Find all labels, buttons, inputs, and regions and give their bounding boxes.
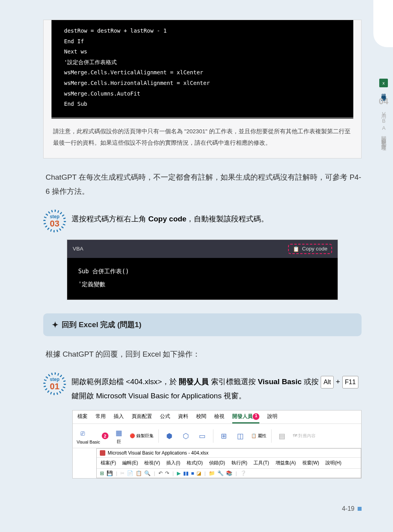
sep: | [173,470,174,476]
t: 錄製巨集 [136,433,154,438]
tab-insert[interactable]: 插入 [114,413,124,423]
design-mode-icon[interactable]: ◫ [235,430,246,442]
source-icon[interactable]: ▤ [276,430,288,442]
tab-review[interactable]: 校閱 [196,413,206,423]
tab-developer[interactable]: 開發人員1 [232,413,259,423]
menu-format[interactable]: 格式(O) [187,460,203,466]
code-block-1: destRow = destRow + lastRow - 1 End If N… [51,20,353,119]
code-line: wsMerge.Columns.AutoFit [64,88,341,99]
tb-project-icon[interactable]: 📁 [209,470,215,476]
vba-window-title: Microsoft Visual Basic for Applications … [108,450,209,456]
vba-menubar: 檔案(F) 編輯(E) 檢視(V) 插入(I) 格式(O) 偵錯(D) 執行(R… [97,458,361,469]
tb-save-icon[interactable]: 💾 [107,470,113,476]
vba-lang-label: VBA [73,246,83,252]
menu-help[interactable]: 說明(H) [325,460,342,466]
tb-excel-icon[interactable]: ⊞ [100,470,104,476]
copy-code-button[interactable]: 📋 Copy code [288,244,332,254]
tb-pause-icon[interactable]: ▮▮ [183,470,189,476]
step-number: 01 [50,382,59,391]
clipboard-icon: 📋 [293,246,299,252]
menu-file[interactable]: 檔案(F) [101,460,116,466]
tb-stop-icon[interactable]: ■ [191,470,194,476]
page-number-text: 4-19 [342,505,354,512]
kbd-f11: F11 [342,376,359,388]
vba-body: Sub 合併工作表() '定義變數 [67,258,338,300]
menu-insert[interactable]: 插入(I) [166,460,180,466]
code-line: '設定合併工作表格式 [64,57,341,68]
macros-button[interactable]: ▦ 巨 [113,427,125,445]
step-01: step 01 開啟範例原始檔 <404.xlsx>，於 開發人員 索引標籤選按… [43,372,362,403]
map-group: 🗺 對應內容 [293,433,316,439]
tb-copy-icon[interactable]: 📄 [127,470,133,476]
step-03: step 03 選按程式碼方框右上角 Copy code，自動複製該段程式碼。 [43,210,362,232]
tab-help[interactable]: 說明 [267,413,277,423]
tb-paste-icon[interactable]: 📋 [136,470,142,476]
menu-edit[interactable]: 編輯(E) [122,460,138,466]
kbd-alt: Alt [321,376,334,388]
properties-group: 📋 屬性 [251,433,266,439]
tb-run-icon[interactable]: ▶ [177,470,181,476]
macro-label: 巨 [113,439,125,445]
page-number: 4-19 [342,505,362,512]
tb-browser-icon[interactable]: 📚 [226,470,232,476]
record-macro[interactable]: 🔴 錄製巨集 [130,433,154,440]
step-badge-01: step 01 [43,372,66,395]
divider [158,429,159,443]
t: 開啟範例原始檔 <404.xlsx>，於 [72,377,179,386]
spark-icon: ✦ [52,320,59,330]
visual-basic-button[interactable]: ⎚ Visual Basic [77,428,100,444]
tb-help-icon[interactable]: ❔ [240,470,246,476]
section-banner: ✦ 回到 Excel 完成 (問題1) [43,313,362,336]
code-line: End If [64,36,341,47]
vb-icon: ⎚ [77,428,88,440]
tab-view[interactable]: 檢視 [214,413,224,423]
chapter-title: 用VBA開啟自動化工作處理 [380,110,387,143]
vba-titlebar: Microsoft Visual Basic for Applications … [97,449,361,458]
copy-label: Copy code [302,246,327,252]
tb-undo-icon[interactable]: ↶ [158,470,163,476]
tab-data[interactable]: 資料 [178,413,188,423]
tb-props-icon[interactable]: 🔧 [217,470,224,476]
chapter-number: 04 [376,96,391,107]
tb-design-icon[interactable]: ◪ [196,470,201,476]
excel-addins-icon[interactable]: ⬡ [180,430,192,442]
callout-2: 2 [102,433,108,439]
side-tab: x 提升篇 04 用VBA開啟自動化工作處理 [376,79,391,143]
divider [271,429,272,443]
code-line: destRow = destRow + lastRow - 1 [64,26,341,36]
tab-label: 開發人員 [232,414,253,422]
t: 索引標籤選按 [209,377,258,386]
menu-tools[interactable]: 工具(T) [253,460,269,466]
menu-view[interactable]: 檢視(V) [144,460,160,466]
insert-control-icon[interactable]: ⊞ [218,430,230,442]
menu-run[interactable]: 執行(R) [231,460,248,466]
tab-home[interactable]: 常用 [95,413,106,423]
menu-debug[interactable]: 偵錯(D) [209,460,225,466]
tb-find-icon[interactable]: 🔍 [144,470,151,476]
page-content: destRow = destRow + lastRow - 1 End If N… [0,0,393,479]
tab-layout[interactable]: 頁面配置 [132,413,152,423]
map-props: 🗺 對應內容 [293,433,316,439]
menu-window[interactable]: 視窗(W) [302,460,319,466]
addins-icon[interactable]: ⬢ [163,430,175,442]
tab-file[interactable]: 檔案 [77,413,88,423]
code-figure-1: destRow = destRow + lastRow - 1 End If N… [43,20,362,158]
tb-cut-icon[interactable]: ✂ [120,470,125,476]
paragraph-1: ChatGPT 在每次生成程式碼時，不一定都會有註解，如果生成的程式碼沒有註解時… [46,170,362,199]
vba-line: '定義變數 [78,278,327,291]
excel-ribbon-content: ⎚ Visual Basic 2 ▦ 巨 🔴 錄製巨集 ⬢ ⬡ ▭ ⊞ ◫ 📋 … [73,424,361,448]
step-badge-03: step 03 [43,210,66,232]
step-03-text: 選按程式碼方框右上角 Copy code，自動複製該段程式碼。 [72,210,362,226]
t: 或按 [302,377,321,386]
excel-screenshot: 檔案 常用 插入 頁面配置 公式 資料 校閱 檢視 開發人員1 說明 ⎚ Vis… [72,410,362,479]
step-01-text: 開啟範例原始檔 <404.xlsx>，於 開發人員 索引標籤選按 Visual … [72,372,362,403]
menu-addins[interactable]: 增益集(A) [275,460,296,466]
properties-button[interactable]: 📋 屬性 [251,433,266,439]
code-line: Next ws [64,46,341,57]
com-addins-icon[interactable]: ▭ [196,430,208,442]
sep: | [204,470,206,476]
paragraph-2: 根據 ChatGPT 的回覆，回到 Excel 如下操作： [46,347,362,361]
tab-formulas[interactable]: 公式 [160,413,170,423]
page-corner [373,0,393,47]
tb-redo-icon[interactable]: ↷ [165,470,169,476]
